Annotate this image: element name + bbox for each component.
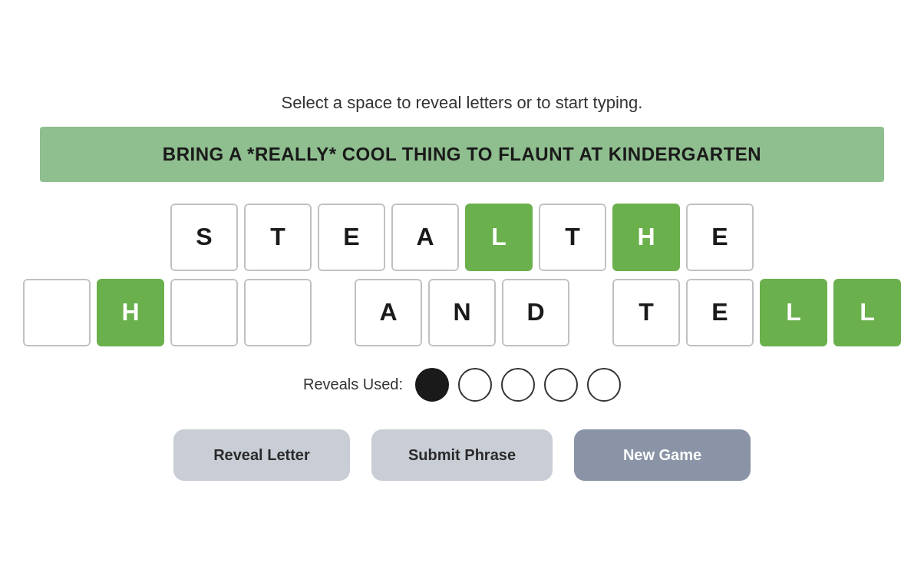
buttons-row: Reveal Letter Submit Phrase New Game <box>173 429 751 481</box>
phrase-banner: BRING A *REALLY* COOL THING TO FLAUNT AT… <box>40 127 884 182</box>
letter-rows: S T E A L T H E H A N D T E L L <box>40 204 884 346</box>
new-game-button[interactable]: New Game <box>574 429 751 481</box>
cell-r2-empty1[interactable] <box>23 279 91 346</box>
reveals-label: Reveals Used: <box>303 376 403 393</box>
reveals-section: Reveals Used: <box>303 368 621 402</box>
cell-r1-s[interactable]: S <box>170 204 238 271</box>
circle-1 <box>415 368 449 402</box>
cell-r2-a[interactable]: A <box>355 279 422 346</box>
cell-r2-n[interactable]: N <box>428 279 496 346</box>
cell-r1-a[interactable]: A <box>391 204 459 271</box>
cell-r1-l[interactable]: L <box>465 204 533 271</box>
cell-r1-h[interactable]: H <box>612 204 680 271</box>
cell-r2-l2[interactable]: L <box>833 279 901 346</box>
instruction-text: Select a space to reveal letters or to s… <box>282 93 643 113</box>
letter-row-2: H A N D T E L L <box>23 279 901 346</box>
reveal-letter-button[interactable]: Reveal Letter <box>173 429 350 481</box>
cell-r1-t2[interactable]: T <box>539 204 606 271</box>
phrase-text: BRING A *REALLY* COOL THING TO FLAUNT AT… <box>163 144 761 164</box>
cell-r1-e2[interactable]: E <box>686 204 754 271</box>
cell-r1-e[interactable]: E <box>318 204 385 271</box>
circle-4 <box>544 368 578 402</box>
cell-r2-empty2[interactable] <box>170 279 238 346</box>
circle-3 <box>501 368 535 402</box>
cell-r1-t[interactable]: T <box>244 204 312 271</box>
cell-r2-empty3[interactable] <box>244 279 312 346</box>
cell-r2-t[interactable]: T <box>612 279 680 346</box>
cell-r2-d[interactable]: D <box>502 279 569 346</box>
letter-row-1: S T E A L T H E <box>170 204 754 271</box>
circle-2 <box>458 368 492 402</box>
cell-r2-h[interactable]: H <box>97 279 164 346</box>
main-container: Select a space to reveal letters or to s… <box>40 93 884 481</box>
circles-container <box>415 368 621 402</box>
submit-phrase-button[interactable]: Submit Phrase <box>371 429 553 481</box>
cell-r2-e[interactable]: E <box>686 279 754 346</box>
circle-5 <box>587 368 621 402</box>
cell-r2-l1[interactable]: L <box>760 279 827 346</box>
